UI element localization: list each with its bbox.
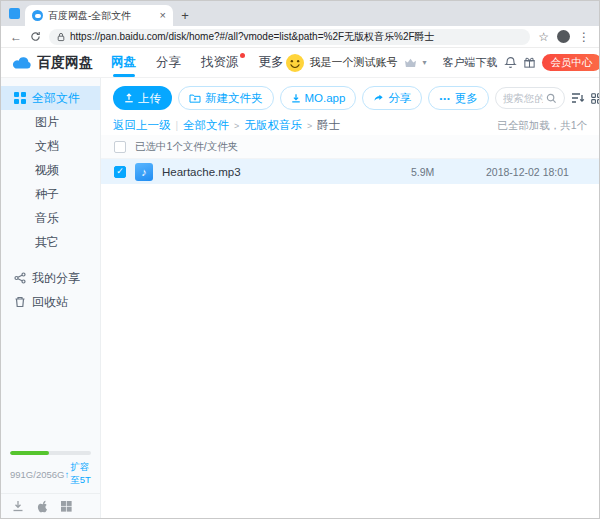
sort-icon[interactable] [571, 92, 585, 104]
windows-icon[interactable] [61, 501, 72, 512]
new-tab-button[interactable]: + [173, 5, 197, 26]
sidebar-item-my-shares[interactable]: 我的分享 [1, 266, 100, 290]
chevron-down-icon[interactable]: ▾ [423, 58, 427, 67]
selection-count-text: 已选中1个文件/文件夹 [135, 140, 238, 154]
main-content: 上传 新建文件夹 MO.app [101, 78, 599, 518]
all-files-icon [13, 92, 26, 105]
gift-icon[interactable] [523, 56, 536, 69]
main-nav: 网盘 分享 找资源 更多 [109, 48, 286, 77]
storage-upgrade-label: 扩容至5T [70, 461, 91, 487]
upload-icon [124, 93, 134, 103]
bookmark-star-icon[interactable]: ☆ [538, 31, 549, 43]
music-note-glyph: ♪ [141, 166, 147, 178]
new-folder-label: 新建文件夹 [205, 91, 263, 106]
share-arrow-icon [373, 93, 384, 103]
mo-app-button[interactable]: MO.app [280, 86, 357, 110]
storage-progress-bar [10, 451, 91, 455]
url-text: https://pan.baidu.com/disk/home?#/all?vm… [70, 30, 435, 44]
sidebar-item-music[interactable]: 音乐 [1, 206, 100, 230]
sidebar-item-label: 其它 [35, 234, 59, 251]
nav-tab-share[interactable]: 分享 [154, 48, 183, 77]
back-icon[interactable]: ← [10, 31, 22, 43]
sidebar-item-videos[interactable]: 视频 [1, 158, 100, 182]
header-right: 我是一个测试账号 ▾ 客户端下载 会员中心 [286, 54, 590, 72]
nav-label: 网盘 [111, 54, 136, 71]
mo-app-label: MO.app [305, 92, 346, 104]
user-avatar[interactable] [286, 54, 304, 72]
more-button[interactable]: ••• 更多 [428, 86, 488, 110]
tab-close-icon[interactable]: × [160, 10, 166, 21]
sidebar-item-label: 种子 [35, 186, 59, 203]
sidebar-item-label: 音乐 [35, 210, 59, 227]
cloud-logo-icon [11, 55, 33, 70]
up-arrow-icon: ↑ [64, 469, 69, 480]
search-input[interactable] [503, 92, 543, 104]
logo-text: 百度网盘 [37, 54, 93, 72]
breadcrumb-item-folder[interactable]: 无版权音乐 [244, 118, 302, 133]
breadcrumb-item-all-files[interactable]: 全部文件 [183, 118, 229, 133]
sidebar-item-label: 回收站 [32, 294, 68, 311]
share-label: 分享 [388, 91, 411, 106]
sidebar-item-pictures[interactable]: 图片 [1, 110, 100, 134]
download-arrow-icon [291, 93, 301, 103]
client-download-link[interactable]: 客户端下载 [443, 55, 498, 70]
upload-label: 上传 [138, 91, 161, 106]
file-name[interactable]: Heartache.mp3 [162, 166, 402, 178]
username[interactable]: 我是一个测试账号 [310, 55, 398, 70]
breadcrumb-current: 爵士 [317, 118, 340, 133]
sidebar-item-documents[interactable]: 文档 [1, 134, 100, 158]
storage-upgrade-link[interactable]: ↑ 扩容至5T [64, 461, 91, 487]
search-box [495, 87, 565, 109]
file-size: 5.9M [411, 166, 477, 178]
new-badge-dot [240, 53, 245, 58]
sidebar-item-torrents[interactable]: 种子 [1, 182, 100, 206]
baidu-netdisk-logo[interactable]: 百度网盘 [11, 54, 93, 72]
storage-usage-text: 991G/2056G [10, 469, 64, 480]
browser-address-bar: ← https://pan.baidu.com/disk/home?#/all?… [1, 26, 599, 48]
check-icon: ✓ [116, 167, 124, 176]
download-client-icon[interactable] [12, 500, 24, 512]
search-icon[interactable] [546, 93, 557, 104]
sidebar-item-label: 视频 [35, 162, 59, 179]
share-nodes-icon [13, 272, 26, 285]
tab-title: 百度网盘-全部文件 [48, 9, 155, 23]
nav-tab-more[interactable]: 更多 [257, 48, 286, 77]
bell-icon[interactable] [504, 56, 517, 69]
file-checkbox[interactable]: ✓ [114, 166, 126, 178]
more-label: 更多 [455, 91, 478, 106]
chevron-right-icon: > [307, 121, 312, 131]
sidebar-item-others[interactable]: 其它 [1, 230, 100, 254]
pinned-tab-icon[interactable] [9, 8, 20, 19]
vip-badge-icon[interactable] [404, 57, 417, 68]
nav-tab-find-resources[interactable]: 找资源 [199, 48, 241, 77]
sidebar-item-label: 文档 [35, 138, 59, 155]
apple-icon[interactable] [37, 500, 48, 513]
breadcrumb-back-link[interactable]: 返回上一级 [113, 118, 171, 133]
sidebar-gap [1, 254, 100, 266]
sidebar-item-all-files[interactable]: 全部文件 [1, 86, 100, 110]
browser-profile-avatar[interactable] [557, 30, 570, 43]
share-button[interactable]: 分享 [362, 86, 422, 110]
upload-button[interactable]: 上传 [113, 86, 172, 110]
selection-bar: 已选中1个文件/文件夹 [101, 135, 599, 159]
load-status: 已全部加载，共1个 [497, 119, 587, 133]
member-center-button[interactable]: 会员中心 [542, 54, 600, 71]
lock-icon [57, 32, 65, 42]
mp3-file-icon: ♪ [135, 163, 153, 181]
new-folder-button[interactable]: 新建文件夹 [178, 86, 274, 110]
refresh-icon[interactable] [30, 31, 41, 42]
storage-panel: 991G/2056G ↑ 扩容至5T [1, 451, 100, 493]
sidebar: 全部文件 图片 文档 视频 种子 音乐 其它 我的分享 回收站 [1, 78, 101, 518]
nav-label: 更多 [259, 54, 284, 71]
nav-tab-netdisk[interactable]: 网盘 [109, 48, 138, 77]
sidebar-item-recycle-bin[interactable]: 回收站 [1, 290, 100, 314]
browser-menu-icon[interactable]: ⋮ [578, 31, 590, 43]
breadcrumb-divider: | [176, 120, 179, 131]
browser-tab[interactable]: 百度网盘-全部文件 × [25, 5, 173, 26]
select-all-checkbox[interactable] [114, 141, 126, 153]
file-row[interactable]: ✓ ♪ Heartache.mp3 5.9M 2018-12-02 18:01 [101, 159, 599, 184]
grid-view-icon[interactable] [591, 93, 600, 104]
url-bar[interactable]: https://pan.baidu.com/disk/home?#/all?vm… [49, 29, 530, 45]
app-body: 全部文件 图片 文档 视频 种子 音乐 其它 我的分享 回收站 [1, 78, 599, 518]
sidebar-item-label: 全部文件 [32, 90, 80, 107]
